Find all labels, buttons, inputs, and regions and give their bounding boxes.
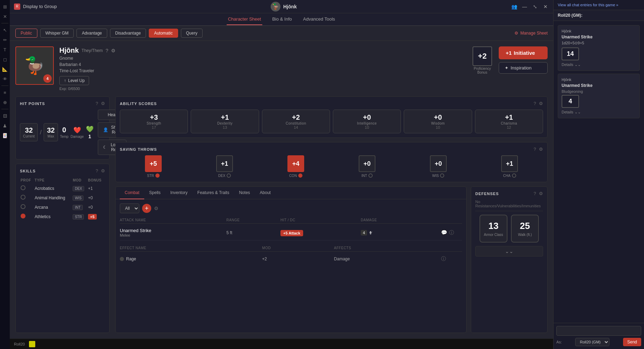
tab-bio-info[interactable]: Bio & Info xyxy=(271,14,293,25)
toolbar-icon-ruler[interactable]: 📐 xyxy=(1,65,9,73)
attack-info-icon[interactable]: ⓘ xyxy=(449,230,454,236)
toolbar-icon-text[interactable]: T xyxy=(1,46,9,53)
saves-gear-icon[interactable]: ⚙ xyxy=(539,147,543,152)
skill-prof-arcana[interactable] xyxy=(21,204,25,209)
ability-box-cha[interactable]: +1 Charisma 12 xyxy=(475,110,543,133)
add-attack-btn[interactable]: + xyxy=(142,204,151,213)
settings-icon[interactable]: ⚙ xyxy=(111,48,116,53)
ability-box-wis[interactable]: +0 Wisdom 10 xyxy=(404,110,472,133)
walk-speed-box[interactable]: 25 Walk (ft.) xyxy=(511,215,539,243)
effect-dot-rage[interactable] xyxy=(120,257,124,261)
ability-mod-dex: +1 xyxy=(193,113,256,121)
combat-tab-features[interactable]: Features & Traits xyxy=(192,187,234,199)
save-value-wis: +0 xyxy=(430,155,447,172)
attack-chat-icon[interactable]: 💬 xyxy=(441,230,447,236)
save-box-cha[interactable]: +1 CHA xyxy=(476,155,543,178)
expand-btn[interactable]: ⤡ xyxy=(532,3,539,10)
roll-btn-public[interactable]: Public xyxy=(15,29,37,38)
as-select[interactable]: Roll20 (GM) xyxy=(575,338,609,346)
hp-damage-box[interactable]: ❤️ Damage xyxy=(71,126,84,139)
hp-gear-icon[interactable]: ⚙ xyxy=(101,101,105,106)
attack-name[interactable]: Unarmed Strike xyxy=(120,228,225,233)
proficiency-value: +2 xyxy=(473,46,492,66)
tab-character-sheet[interactable]: Character Sheet xyxy=(227,14,263,25)
skill-name-acrobatics[interactable]: Acrobatics xyxy=(34,184,72,193)
hp-max-box[interactable]: 32 Max xyxy=(44,123,58,141)
armor-class-box[interactable]: 13 Armor Class xyxy=(480,215,507,243)
defenses-expand-btn[interactable]: ⌄⌄ xyxy=(475,246,543,257)
skill-name-athletics[interactable]: Athletics xyxy=(34,212,72,221)
toolbar-icon-tokens[interactable]: ♟ xyxy=(1,122,9,129)
toolbar-icon-1[interactable]: ⊞ xyxy=(1,3,9,10)
save-abbr-int-text: INT xyxy=(361,174,367,178)
toolbar-icon-eye[interactable]: 👁 xyxy=(1,75,9,83)
roll-btn-disadvantage[interactable]: Disadvantage xyxy=(110,29,146,38)
skill-prof-animal-handling[interactable] xyxy=(21,195,25,200)
ability-box-con[interactable]: +2 Constitution 14 xyxy=(262,110,330,133)
bottom-color-swatch[interactable] xyxy=(29,341,35,347)
saving-throws-card: SAVING THROWS ? ⚙ +5 STR xyxy=(115,142,548,182)
tab-advanced-tools[interactable]: Advanced Tools xyxy=(302,14,337,25)
combat-filter-select[interactable]: All xyxy=(120,203,139,213)
save-box-int[interactable]: +0 INT xyxy=(334,155,401,178)
save-dot-str xyxy=(155,173,160,178)
minimize-btn[interactable]: — xyxy=(521,3,528,10)
roll-details-link-2[interactable]: Details ⌄⌄ xyxy=(562,110,636,114)
char-details: Hjōnk They/Them ? ⚙ Gnome Barbarian 4 Ti… xyxy=(59,46,464,91)
roll-btn-automatic[interactable]: Automatic xyxy=(149,29,178,38)
roll-details-link-1[interactable]: Details ⌄⌄ xyxy=(562,62,636,67)
defenses-help-icon[interactable]: ? xyxy=(534,191,536,196)
hp-temp-box[interactable]: 0 Temp xyxy=(60,126,68,139)
combat-tab-combat[interactable]: Combat xyxy=(120,187,144,199)
person-icon[interactable]: 👥 xyxy=(511,3,518,10)
combat-tab-spells[interactable]: Spells xyxy=(144,187,166,199)
toolbar-icon-card[interactable]: 🃏 xyxy=(1,132,9,139)
toolbar-icon-2[interactable]: ✕ xyxy=(1,13,9,20)
skill-prof-athletics[interactable] xyxy=(21,214,25,218)
view-all-chat-link[interactable]: View all chat entries for this game » xyxy=(558,3,618,7)
skills-help-icon[interactable]: ? xyxy=(96,168,98,173)
combat-tab-about[interactable]: About xyxy=(255,187,276,199)
ability-help-icon[interactable]: ? xyxy=(534,101,536,106)
toolbar-icon-layers[interactable]: ≡ xyxy=(1,89,9,96)
level-up-btn[interactable]: ↑ Level Up xyxy=(59,76,89,85)
roll-btn-query[interactable]: Query xyxy=(181,29,203,38)
hp-current-box[interactable]: 32 Current xyxy=(20,123,38,141)
effect-name-rage[interactable]: Rage xyxy=(126,257,136,261)
toolbar-icon-dice[interactable]: ⚄ xyxy=(1,112,9,120)
manage-sheet-btn[interactable]: ⚙ Manage Sheet xyxy=(514,31,548,36)
ability-gear-icon[interactable]: ⚙ xyxy=(539,101,543,106)
effect-info-icon[interactable]: ⓘ xyxy=(441,256,462,262)
save-box-str[interactable]: +5 STR xyxy=(120,155,187,178)
combat-tab-inventory[interactable]: Inventory xyxy=(166,187,192,199)
hp-temp-value: 0 xyxy=(62,126,66,134)
save-box-wis[interactable]: +0 WIS xyxy=(405,155,472,178)
save-box-con[interactable]: +4 CON xyxy=(262,155,329,178)
skill-prof-acrobatics[interactable] xyxy=(21,185,25,190)
combat-gear-icon[interactable]: ⚙ xyxy=(154,206,159,211)
ability-box-str[interactable]: +3 Strength 17 xyxy=(120,110,188,133)
defenses-gear-icon[interactable]: ⚙ xyxy=(539,191,543,196)
roll-btn-advantage[interactable]: Advantage xyxy=(76,29,107,38)
save-box-dex[interactable]: +1 DEX xyxy=(191,155,258,178)
inspiration-btn[interactable]: ✦ Inspiration xyxy=(499,62,548,74)
skills-gear-icon[interactable]: ⚙ xyxy=(101,168,105,173)
toolbar-icon-cursor[interactable]: ↖ xyxy=(1,26,9,34)
roll-btn-whisper[interactable]: Whisper GM xyxy=(40,29,74,38)
help-icon[interactable]: ? xyxy=(105,48,108,53)
chat-input[interactable] xyxy=(556,326,641,336)
saves-help-icon[interactable]: ? xyxy=(534,147,536,152)
toolbar-icon-pencil[interactable]: ✏ xyxy=(1,36,9,44)
send-btn[interactable]: Send xyxy=(623,338,641,346)
toolbar-icon-compass[interactable]: ⊕ xyxy=(1,98,9,106)
hp-slash: / xyxy=(40,129,42,136)
ability-box-dex[interactable]: +1 Dexterity 13 xyxy=(191,110,259,133)
ability-box-int[interactable]: +0 Intelligence 10 xyxy=(333,110,401,133)
combat-tab-notes[interactable]: Notes xyxy=(234,187,255,199)
toolbar-icon-shape[interactable]: ◻ xyxy=(1,55,9,63)
close-btn[interactable]: ✕ xyxy=(542,3,549,10)
initiative-btn[interactable]: +1 Initiative xyxy=(499,46,548,59)
skill-name-animal-handling[interactable]: Animal Handling xyxy=(34,193,72,202)
skill-name-arcana[interactable]: Arcana xyxy=(34,202,72,212)
hp-help-icon[interactable]: ? xyxy=(96,101,98,106)
